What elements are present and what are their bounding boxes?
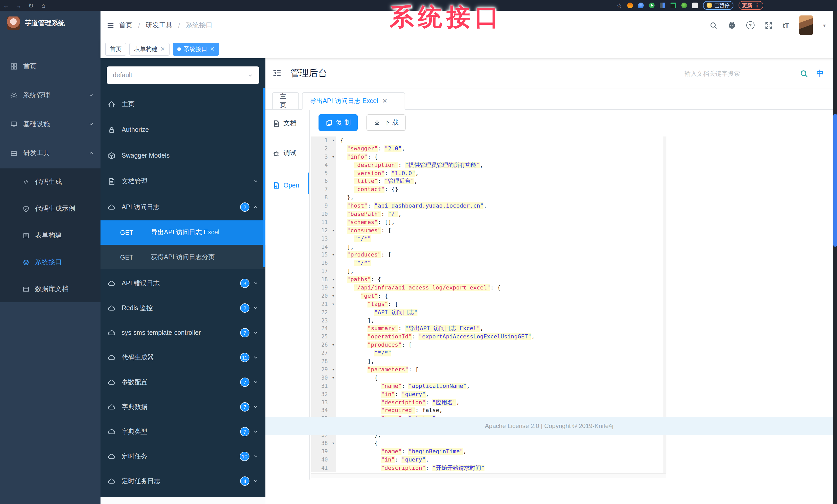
doc-tab-主页[interactable]: 主页 xyxy=(272,92,299,109)
sidebar-subitem-代码生成[interactable]: 代码生成 xyxy=(0,168,101,195)
browser-forward-icon[interactable]: → xyxy=(12,2,25,9)
line-number[interactable]: 10 xyxy=(311,210,336,218)
doc-search-input[interactable] xyxy=(683,70,794,78)
line-number[interactable]: 4 xyxy=(311,161,336,169)
operation-获得API 访问日志分页[interactable]: GET获得API 访问日志分页 xyxy=(101,245,265,269)
close-icon[interactable]: ✕ xyxy=(210,45,214,52)
swagger-group-参数配置[interactable]: 参数配置7 xyxy=(101,369,265,395)
fold-caret-icon[interactable]: ▾ xyxy=(332,227,335,235)
line-number[interactable]: 38▾ xyxy=(311,440,336,448)
mini-nav-文档[interactable]: 文档 xyxy=(273,119,296,128)
font-size-icon[interactable]: tT xyxy=(783,21,789,29)
fold-caret-icon[interactable]: ▾ xyxy=(332,284,335,292)
line-number[interactable]: 6 xyxy=(311,178,336,186)
line-number[interactable]: 41 xyxy=(311,464,336,472)
extensions-puzzle-icon[interactable] xyxy=(692,3,698,8)
line-number[interactable]: 23 xyxy=(311,317,336,325)
swagger-group-定时任务[interactable]: 定时任务10 xyxy=(101,444,265,469)
browser-update-chip[interactable]: 更新 ⋮ xyxy=(738,1,763,10)
fold-caret-icon[interactable]: ▾ xyxy=(332,341,335,350)
line-number[interactable]: 13 xyxy=(311,235,336,243)
tag-tab-系统接口[interactable]: 系统接口✕ xyxy=(173,42,219,55)
line-number[interactable]: 12▾ xyxy=(311,227,336,235)
extension-icon[interactable] xyxy=(671,3,676,8)
swagger-nav-文档管理[interactable]: 文档管理 xyxy=(101,168,265,194)
sidebar-item-系统管理[interactable]: 系统管理 xyxy=(0,81,101,110)
sidebar-scrollbar-thumb[interactable] xyxy=(263,88,265,267)
extension-icon[interactable] xyxy=(649,3,655,8)
breadcrumb-item[interactable]: 研发工具 xyxy=(146,21,173,30)
fold-caret-icon[interactable]: ▾ xyxy=(332,440,335,448)
language-icon[interactable]: 中 xyxy=(816,69,824,78)
line-number[interactable]: 28 xyxy=(311,357,336,366)
line-number[interactable]: 5 xyxy=(311,169,336,178)
swagger-group-字典类型[interactable]: 字典类型7 xyxy=(101,419,265,445)
tag-tab-首页[interactable]: 首页 xyxy=(105,42,126,55)
mini-nav-调试[interactable]: 调试 xyxy=(273,149,296,157)
line-number[interactable]: 7 xyxy=(311,186,336,194)
hamburger-icon[interactable] xyxy=(107,21,114,29)
line-number[interactable]: 2 xyxy=(311,145,336,153)
line-number[interactable]: 33 xyxy=(311,398,336,407)
page-scrollbar-thumb[interactable] xyxy=(833,114,837,247)
swagger-group-定时任务日志[interactable]: 定时任务日志4 xyxy=(101,468,265,494)
line-number[interactable]: 1▾ xyxy=(311,136,336,145)
line-number[interactable]: 9 xyxy=(311,202,336,210)
user-caret-icon[interactable]: ▾ xyxy=(823,22,826,28)
extension-icon[interactable] xyxy=(660,3,665,8)
breadcrumb-item[interactable]: 首页 xyxy=(119,21,132,30)
line-number[interactable]: 21▾ xyxy=(311,300,336,309)
close-icon[interactable]: ✕ xyxy=(382,97,387,105)
extension-icon[interactable] xyxy=(627,3,633,8)
line-number[interactable]: 20▾ xyxy=(311,292,336,300)
sidebar-subitem-代码生成示例[interactable]: 代码生成示例 xyxy=(0,195,101,222)
swagger-nav-Swagger Models[interactable]: Swagger Models xyxy=(101,143,265,168)
page-scrollbar[interactable] xyxy=(833,11,837,504)
fold-caret-icon[interactable]: ▾ xyxy=(332,153,335,161)
swagger-group-Redis 监控[interactable]: Redis 监控2 xyxy=(101,295,265,321)
swagger-nav-API 访问日志[interactable]: API 访问日志2 xyxy=(101,194,265,220)
fold-caret-icon[interactable]: ▾ xyxy=(332,251,335,259)
api-group-select[interactable]: default xyxy=(107,67,259,84)
swagger-group-sys-sms-template-controller[interactable]: sys-sms-template-controller7 xyxy=(101,320,265,346)
line-number[interactable]: 15▾ xyxy=(311,251,336,259)
fold-caret-icon[interactable]: ▾ xyxy=(332,374,335,382)
browser-reload-icon[interactable]: ↻ xyxy=(25,2,37,9)
fullscreen-icon[interactable] xyxy=(765,21,772,29)
line-number[interactable]: 30▾ xyxy=(311,374,336,382)
editor-scroll-track-horizontal[interactable] xyxy=(311,473,666,478)
line-number[interactable]: 8 xyxy=(311,194,336,202)
line-number[interactable]: 34 xyxy=(311,407,336,415)
line-number[interactable]: 14 xyxy=(311,243,336,251)
fold-caret-icon[interactable]: ▾ xyxy=(332,136,335,145)
line-number[interactable]: 26▾ xyxy=(311,341,336,350)
line-number[interactable]: 29▾ xyxy=(311,366,336,374)
user-avatar[interactable] xyxy=(799,16,813,35)
doc-search-field[interactable] xyxy=(683,66,794,81)
swagger-group-API 错误日志[interactable]: API 错误日志3 xyxy=(101,270,265,296)
sidebar-subitem-数据库文档[interactable]: 数据库文档 xyxy=(0,276,101,302)
sidebar-item-基础设施[interactable]: 基础设施 xyxy=(0,110,101,138)
bookmark-star-icon[interactable]: ☆ xyxy=(617,2,622,9)
line-number[interactable]: 40 xyxy=(311,455,336,464)
help-icon[interactable]: ? xyxy=(746,21,754,30)
browser-back-icon[interactable]: ← xyxy=(0,2,12,9)
operation-导出API 访问日志 Excel[interactable]: GET导出API 访问日志 Excel xyxy=(101,220,265,245)
line-number[interactable]: 32 xyxy=(311,390,336,398)
browser-menu-icon[interactable]: ⋮ xyxy=(754,3,760,8)
sidebar-subitem-系统接口[interactable]: 系统接口 xyxy=(0,249,101,276)
copy-button[interactable]: 复 制 xyxy=(319,114,358,131)
line-number[interactable]: 19▾ xyxy=(311,284,336,292)
fold-caret-icon[interactable]: ▾ xyxy=(332,276,335,284)
download-button[interactable]: 下 载 xyxy=(367,114,406,131)
line-number[interactable]: 22 xyxy=(311,308,336,317)
doc-search-icon[interactable] xyxy=(800,70,808,78)
fold-caret-icon[interactable]: ▾ xyxy=(332,366,335,374)
fold-caret-icon[interactable]: ▾ xyxy=(332,292,335,300)
line-number[interactable]: 17 xyxy=(311,267,336,276)
browser-home-icon[interactable]: ⌂ xyxy=(37,2,50,9)
extension-icon[interactable] xyxy=(681,3,687,8)
line-number[interactable]: 16 xyxy=(311,259,336,267)
search-icon[interactable] xyxy=(709,21,717,29)
line-number[interactable]: 31 xyxy=(311,382,336,390)
